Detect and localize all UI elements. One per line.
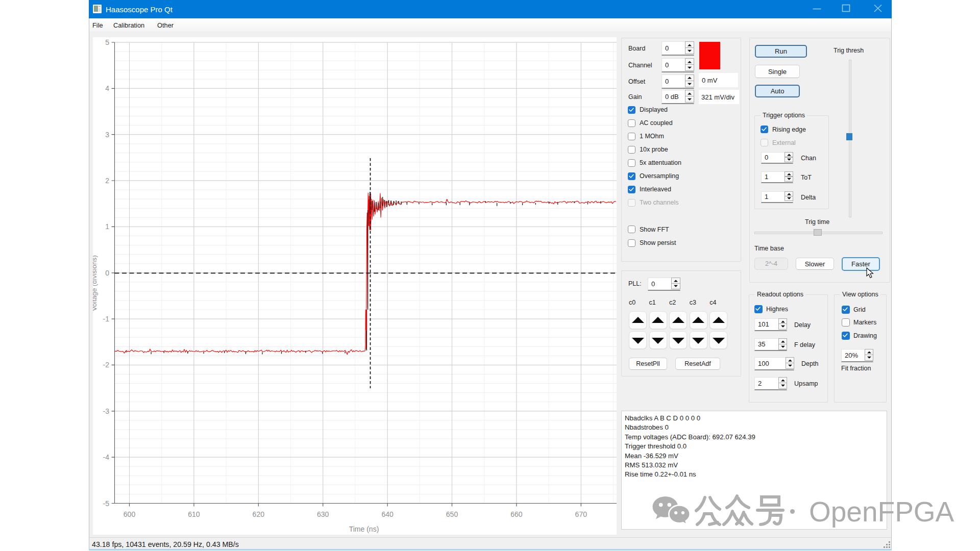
- svg-text:3: 3: [105, 131, 109, 139]
- svg-text:Voltage (divisions): Voltage (divisions): [93, 255, 98, 311]
- svg-text:Time (ns): Time (ns): [349, 525, 379, 533]
- svg-text:0: 0: [105, 269, 109, 277]
- svg-text:610: 610: [188, 510, 200, 518]
- svg-text:-3: -3: [103, 407, 110, 415]
- svg-text:640: 640: [381, 510, 394, 518]
- svg-text:2: 2: [105, 177, 109, 185]
- svg-text:1: 1: [105, 222, 109, 231]
- svg-text:620: 620: [253, 510, 265, 518]
- svg-text:-1: -1: [103, 315, 110, 323]
- svg-text:630: 630: [317, 510, 329, 518]
- svg-text:670: 670: [575, 510, 587, 518]
- svg-text:600: 600: [124, 510, 136, 518]
- svg-text:-4: -4: [103, 453, 110, 461]
- svg-text:660: 660: [510, 510, 523, 518]
- svg-text:5: 5: [105, 38, 109, 46]
- svg-text:-2: -2: [103, 361, 110, 369]
- svg-text:4: 4: [105, 84, 109, 92]
- svg-text:650: 650: [446, 510, 458, 518]
- svg-text:-5: -5: [103, 499, 110, 508]
